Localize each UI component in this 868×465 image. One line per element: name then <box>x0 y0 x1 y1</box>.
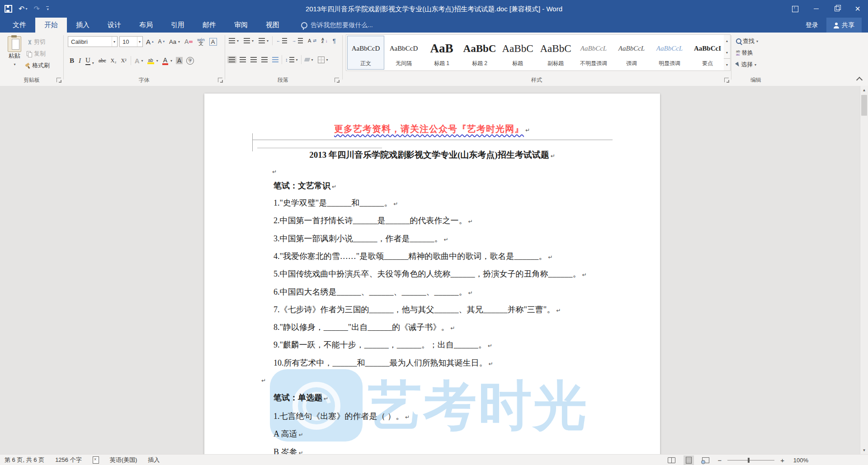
gallery-scroll-up[interactable]: ▲ <box>724 35 730 47</box>
phonetic-guide-button[interactable]: wén文 <box>196 37 206 46</box>
print-layout-button[interactable] <box>684 456 694 465</box>
gallery-scroll-down[interactable]: ▼ <box>724 47 730 58</box>
increase-indent-button[interactable] <box>291 37 304 44</box>
redo-button[interactable] <box>33 5 39 13</box>
ribbon-tab[interactable]: 设计 <box>99 18 130 33</box>
numbering-button[interactable] <box>242 37 255 44</box>
style-item[interactable]: AaBbC标题 <box>499 36 536 70</box>
replace-button[interactable]: 替换 <box>735 48 755 58</box>
font-name-dropdown[interactable] <box>112 37 116 47</box>
bold-button[interactable]: B <box>68 56 76 66</box>
align-center-button[interactable] <box>238 56 247 63</box>
scrollbar-thumb[interactable] <box>861 95 867 116</box>
style-item[interactable]: AaBbCcD正文 <box>347 36 384 70</box>
scroll-down-arrow[interactable]: ▼ <box>860 446 868 454</box>
minimize-button[interactable] <box>806 0 826 18</box>
clear-formatting-button[interactable]: A <box>183 37 194 46</box>
style-item[interactable]: AaBbC标题 2 <box>461 36 498 70</box>
zoom-slider[interactable] <box>727 460 774 460</box>
style-item[interactable]: AaBbCcD无间隔 <box>385 36 422 70</box>
bullets-button[interactable] <box>227 37 240 44</box>
font-color-button[interactable]: A <box>160 55 174 66</box>
share-button[interactable]: 共享 <box>826 18 862 33</box>
change-case-button[interactable]: Aa <box>168 38 181 46</box>
style-item[interactable]: AaBbCcL不明显强调 <box>575 36 612 70</box>
multilevel-list-button[interactable] <box>257 37 270 44</box>
document-page[interactable]: 艺考时光 更多艺考资料，请关注公众号『艺考时光网』↵ 2013 年四川音乐学院戏… <box>204 94 660 454</box>
ribbon-tab[interactable]: 插入 <box>67 18 99 33</box>
font-dialog-launcher[interactable] <box>218 78 222 82</box>
italic-button[interactable]: I <box>77 56 83 66</box>
borders-button[interactable] <box>316 56 330 64</box>
decrease-indent-button[interactable] <box>275 37 288 44</box>
distribute-button[interactable] <box>271 56 280 63</box>
font-name-combobox[interactable]: Calibri <box>68 36 118 47</box>
ribbon-tab[interactable]: 布局 <box>130 18 162 33</box>
word-count[interactable]: 1256 个字 <box>55 456 82 464</box>
undo-button[interactable] <box>19 5 27 13</box>
highlight-color-button[interactable]: ab <box>146 56 160 65</box>
language-indicator[interactable]: 英语(美国) <box>110 456 137 464</box>
zoom-slider-thumb[interactable] <box>748 458 750 463</box>
web-layout-button[interactable] <box>700 456 712 465</box>
sign-in-button[interactable]: 登录 <box>797 21 826 29</box>
font-size-dropdown[interactable] <box>137 37 142 47</box>
style-item[interactable]: AaBbCcI要点 <box>689 36 724 70</box>
gallery-more-button[interactable]: ▼ <box>724 58 730 70</box>
restore-button[interactable] <box>826 0 847 18</box>
styles-dialog-launcher[interactable] <box>724 78 729 82</box>
zoom-level[interactable]: 100% <box>790 457 808 464</box>
justify-button[interactable] <box>260 56 269 63</box>
style-item[interactable]: AaBbCcL明显强调 <box>651 36 688 70</box>
paste-button[interactable]: 粘贴 <box>5 36 24 67</box>
subscript-button[interactable]: X₂ <box>109 56 118 65</box>
shading-button[interactable] <box>303 57 315 63</box>
align-left-button[interactable] <box>227 56 236 63</box>
tab-file[interactable]: 文件 <box>4 18 35 33</box>
underline-button[interactable]: U <box>84 56 96 66</box>
cut-button[interactable]: 剪切 <box>25 37 47 47</box>
line-spacing-button[interactable]: ↕ <box>284 56 299 63</box>
select-button[interactable]: 选择 <box>735 60 758 70</box>
ribbon-tab[interactable]: 引用 <box>162 18 193 33</box>
style-item[interactable]: AaBbC副标题 <box>537 36 574 70</box>
save-button[interactable] <box>5 5 12 13</box>
font-size-combobox[interactable]: 10 <box>119 36 143 47</box>
paste-dropdown[interactable] <box>13 60 15 67</box>
clipboard-dialog-launcher[interactable] <box>57 78 61 82</box>
ribbon-tab[interactable]: 审阅 <box>225 18 257 33</box>
sort-button[interactable]: AZ↓ <box>320 37 329 44</box>
superscript-button[interactable]: X² <box>119 56 128 65</box>
enclose-characters-button[interactable]: 字 <box>185 56 195 66</box>
tell-me-box[interactable]: 告诉我您想要做什么... <box>301 18 373 33</box>
page-indicator[interactable]: 第 6 页, 共 6 页 <box>5 456 44 464</box>
character-shading-button[interactable]: A <box>175 56 184 65</box>
ribbon-tab[interactable]: 视图 <box>257 18 288 33</box>
align-right-button[interactable] <box>249 56 258 63</box>
paragraph-dialog-launcher[interactable] <box>335 78 339 82</box>
zoom-in-button[interactable]: + <box>780 456 784 464</box>
text-effects-button[interactable]: A <box>133 56 145 66</box>
style-item[interactable]: AaBbCcL强调 <box>613 36 650 70</box>
close-button[interactable] <box>847 0 868 18</box>
proofing-error-icon[interactable] <box>93 456 99 464</box>
scroll-up-arrow[interactable]: ▲ <box>860 86 868 94</box>
show-hide-marks-button[interactable]: ¶ <box>331 37 337 45</box>
copy-button[interactable]: 复制 <box>25 49 47 59</box>
find-button[interactable]: 查找 <box>735 36 760 46</box>
character-border-button[interactable]: A <box>208 37 218 47</box>
ribbon-tab[interactable]: 邮件 <box>193 18 225 33</box>
shrink-font-button[interactable]: A▾ <box>157 38 166 46</box>
read-mode-button[interactable] <box>665 456 678 465</box>
insert-mode-indicator[interactable]: 插入 <box>148 456 160 464</box>
grow-font-button[interactable]: A▴ <box>145 37 155 47</box>
strikethrough-button[interactable]: abc <box>97 56 108 65</box>
asian-layout-button[interactable]: A <box>307 37 318 44</box>
style-item[interactable]: AaB标题 1 <box>423 36 460 70</box>
ribbon-display-options-button[interactable] <box>785 0 806 18</box>
zoom-out-button[interactable]: − <box>717 456 722 464</box>
format-painter-button[interactable]: 格式刷 <box>24 61 51 70</box>
customize-quick-access-button[interactable] <box>46 6 49 11</box>
vertical-scrollbar[interactable]: ▲ ▼ <box>860 86 868 454</box>
ribbon-tab[interactable]: 开始 <box>35 18 67 33</box>
